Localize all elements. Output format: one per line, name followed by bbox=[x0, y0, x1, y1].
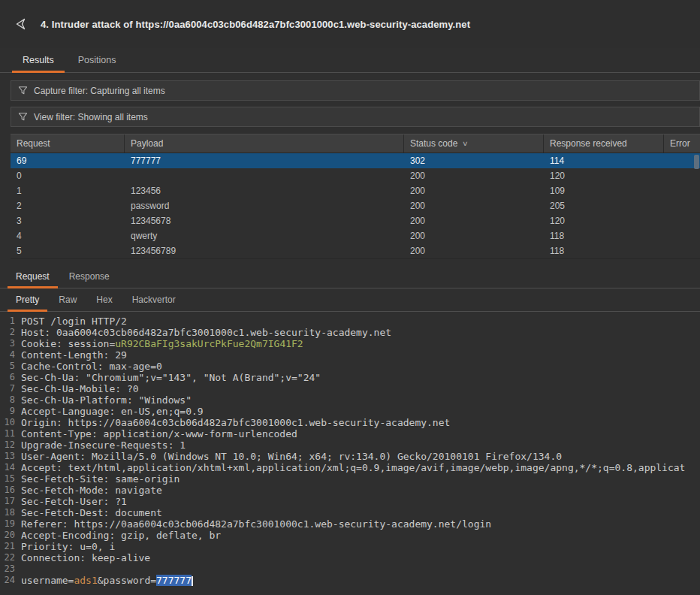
funnel-icon bbox=[18, 86, 28, 95]
request-line: Connection: keep-alive bbox=[21, 552, 700, 563]
table-row[interactable]: 312345678200120 bbox=[11, 213, 700, 228]
table-cell bbox=[125, 168, 404, 183]
table-cell bbox=[664, 198, 700, 213]
message-tab-bar: Request Response bbox=[0, 265, 700, 288]
table-row[interactable]: 5123456789200118 bbox=[11, 243, 700, 258]
table-cell: 200 bbox=[404, 198, 544, 213]
view-filter-bar[interactable]: View filter: Showing all items bbox=[11, 107, 700, 127]
line-number: 10 bbox=[0, 417, 15, 428]
column-label: Response received bbox=[550, 138, 627, 149]
line-number: 24 bbox=[0, 575, 15, 586]
line-number: 6 bbox=[0, 372, 15, 383]
table-cell: 5 bbox=[11, 243, 125, 258]
request-line: Accept: text/html,application/xhtml+xml,… bbox=[21, 462, 700, 473]
request-line: Sec-Fetch-Site: same-origin bbox=[21, 473, 700, 485]
request-line: Sec-Fetch-Mode: navigate bbox=[21, 485, 700, 496]
column-header-payload[interactable]: Payload bbox=[125, 134, 404, 153]
table-cell: 200 bbox=[404, 168, 544, 183]
title-bar: 4. Intruder attack of https://0aa6004c03… bbox=[0, 0, 700, 48]
request-line bbox=[21, 563, 700, 575]
table-cell: 69 bbox=[11, 153, 125, 168]
request-line: User-Agent: Mozilla/5.0 (Windows NT 10.0… bbox=[21, 451, 700, 462]
editor-gutter: 123456789101112131415161718192021222324 bbox=[0, 316, 15, 595]
request-line: Origin: https://0aa6004c03cb06d482a7bfc3… bbox=[21, 417, 700, 428]
line-number: 18 bbox=[0, 507, 15, 518]
column-header-request[interactable]: Request bbox=[11, 134, 125, 153]
table-row[interactable]: 2password200205 bbox=[11, 198, 700, 213]
line-number: 12 bbox=[0, 439, 15, 451]
table-cell: 1 bbox=[11, 183, 125, 198]
request-line: Content-Length: 29 bbox=[21, 349, 700, 361]
request-line: POST /login HTTP/2 bbox=[21, 316, 700, 327]
back-arrow-icon bbox=[14, 17, 29, 32]
tab-response[interactable]: Response bbox=[59, 265, 119, 288]
line-number: 11 bbox=[0, 428, 15, 439]
request-line: Priority: u=0, i bbox=[21, 541, 700, 552]
column-label: Payload bbox=[131, 138, 163, 149]
capture-filter-bar[interactable]: Capture filter: Capturing all items bbox=[11, 80, 700, 101]
tab-positions[interactable]: Positions bbox=[66, 48, 128, 72]
table-cell: 4 bbox=[11, 228, 125, 243]
tab-pretty[interactable]: Pretty bbox=[6, 288, 49, 311]
request-line: Sec-Ch-Ua: "Chromium";v="143", "Not A(Br… bbox=[21, 372, 700, 383]
table-cell bbox=[664, 213, 700, 228]
table-cell: 120 bbox=[544, 213, 664, 228]
table-cell: 114 bbox=[544, 153, 664, 168]
table-cell: 123456789 bbox=[125, 243, 404, 258]
request-editor[interactable]: 123456789101112131415161718192021222324 … bbox=[0, 312, 700, 595]
request-line: Upgrade-Insecure-Requests: 1 bbox=[21, 439, 700, 451]
table-cell: 118 bbox=[544, 243, 664, 258]
request-line: Host: 0aa6004c03cb06d482a7bfc3001000c1.w… bbox=[21, 327, 700, 338]
tab-results[interactable]: Results bbox=[11, 48, 66, 72]
line-number: 2 bbox=[0, 327, 15, 338]
table-row[interactable]: 1123456200109 bbox=[11, 183, 700, 198]
table-cell: 200 bbox=[404, 243, 544, 258]
attack-window-title: 4. Intruder attack of https://0aa6004c03… bbox=[41, 19, 470, 30]
funnel-icon bbox=[18, 112, 28, 122]
table-cell: 3 bbox=[11, 213, 125, 228]
tab-raw[interactable]: Raw bbox=[49, 288, 86, 311]
tab-request[interactable]: Request bbox=[6, 265, 59, 288]
back-button[interactable] bbox=[11, 14, 32, 35]
line-number: 3 bbox=[0, 338, 15, 349]
column-label: Error bbox=[670, 138, 690, 149]
table-cell: 120 bbox=[544, 168, 664, 183]
table-scrollbar-thumb[interactable] bbox=[694, 155, 699, 169]
table-cell: 200 bbox=[404, 183, 544, 198]
table-cell: 12345678 bbox=[125, 213, 404, 228]
tab-hex[interactable]: Hex bbox=[86, 288, 122, 311]
table-cell: 123456 bbox=[125, 183, 404, 198]
line-number: 5 bbox=[0, 361, 15, 372]
column-header-error[interactable]: Error bbox=[664, 134, 700, 153]
line-number: 19 bbox=[0, 518, 15, 530]
line-number: 21 bbox=[0, 541, 15, 552]
request-line: Sec-Ch-Ua-Mobile: ?0 bbox=[21, 383, 700, 394]
line-number: 17 bbox=[0, 496, 15, 507]
request-line: Accept-Language: en-US,en;q=0.9 bbox=[21, 406, 700, 417]
table-row[interactable]: 69777777302114 bbox=[11, 153, 700, 168]
line-number: 8 bbox=[0, 394, 15, 406]
column-label: Status code bbox=[410, 138, 457, 149]
line-number: 13 bbox=[0, 451, 15, 462]
request-line: Content-Type: application/x-www-form-url… bbox=[21, 428, 700, 439]
column-label: Request bbox=[17, 138, 50, 149]
line-number: 9 bbox=[0, 406, 15, 417]
results-table-body: 69777777302114020012011234562001092passw… bbox=[11, 153, 700, 259]
request-line: Accept-Encoding: gzip, deflate, br bbox=[21, 530, 700, 541]
tab-hackvertor[interactable]: Hackvertor bbox=[122, 288, 186, 311]
request-line: Cache-Control: max-age=0 bbox=[21, 361, 700, 372]
line-number: 20 bbox=[0, 530, 15, 541]
table-cell: 0 bbox=[11, 168, 125, 183]
request-line: Referer: https://0aa6004c03cb06d482a7bfc… bbox=[21, 518, 700, 530]
column-header-status-code[interactable]: Status code∨ bbox=[404, 134, 544, 153]
table-cell bbox=[664, 168, 700, 183]
table-row[interactable]: 4qwerty200118 bbox=[11, 228, 700, 243]
column-header-response-received[interactable]: Response received bbox=[544, 134, 664, 153]
table-cell bbox=[664, 228, 700, 243]
line-number: 22 bbox=[0, 552, 15, 563]
line-number: 23 bbox=[0, 563, 15, 575]
table-row[interactable]: 0200120 bbox=[11, 168, 700, 183]
table-cell: 777777 bbox=[125, 153, 404, 168]
line-number: 16 bbox=[0, 485, 15, 496]
capture-filter-label: Capture filter: Capturing all items bbox=[34, 86, 165, 96]
